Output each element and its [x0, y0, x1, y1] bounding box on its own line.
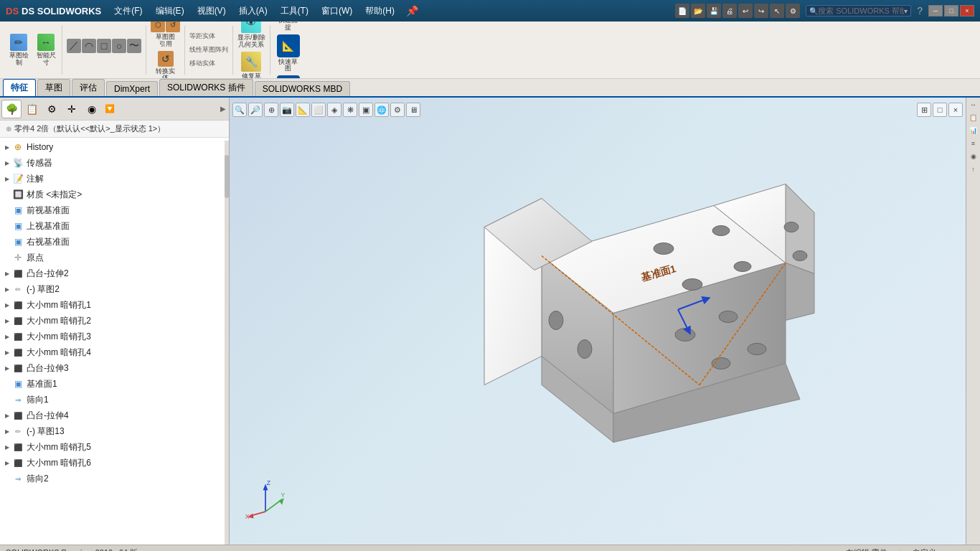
filter-icon[interactable]: 🔽 [105, 104, 115, 113]
ri-icon-1[interactable]: ↔ [968, 99, 979, 110]
menu-view[interactable]: 视图(V) [192, 4, 232, 19]
vp-max-icon[interactable]: □ [933, 103, 947, 117]
tree-item-sketch2[interactable]: ▶ ✏ (-) 草图2 [0, 281, 229, 297]
ri-icon-3[interactable]: 📊 [968, 125, 979, 136]
show-relations-button[interactable]: 👁 显示/删除几何关系 [236, 22, 267, 50]
save-button[interactable]: 💾 [707, 4, 721, 18]
tree-item-front-plane[interactable]: ▶ ▣ 前视基准面 [0, 202, 229, 218]
panel-tab-config[interactable]: ⚙ [42, 100, 62, 118]
menu-insert[interactable]: 插入(A) [233, 4, 273, 19]
tree-item-material[interactable]: ▶ 🔲 材质 <未指定> [0, 187, 229, 202]
vp-wire-icon[interactable]: ❋ [343, 103, 357, 117]
sketch2-expand[interactable]: ▶ [3, 285, 11, 293]
menu-edit[interactable]: 编辑(E) [150, 4, 190, 19]
instant2d-button[interactable]: 2D Instant2D [273, 74, 304, 79]
search-box[interactable]: 🔍 ▾ [806, 5, 911, 17]
status-customize[interactable]: 自定义 [913, 547, 936, 551]
vp-scene-icon[interactable]: 🌐 [374, 103, 389, 117]
expand-panel-button[interactable]: ▶ [219, 103, 227, 114]
redo-button[interactable]: ↪ [754, 4, 768, 18]
vp-close-icon[interactable]: × [948, 103, 963, 117]
tab-features[interactable]: 特征 [3, 79, 36, 96]
undo-button[interactable]: ↩ [738, 4, 753, 18]
tree-item-plane1[interactable]: ▶ ▣ 基准面1 [0, 376, 229, 392]
tree-item-pin6[interactable]: ▶ ⬛ 大小mm 暗销孔6 [0, 455, 229, 471]
vp-fit-icon[interactable]: ⊕ [264, 103, 278, 117]
pin1-expand[interactable]: ▶ [3, 301, 11, 309]
vp-zoom-icon[interactable]: 🔎 [248, 103, 263, 117]
pin3-expand[interactable]: ▶ [3, 332, 11, 341]
sketch-draw-button[interactable]: ✏ 草图绘制 [6, 32, 32, 68]
3d-viewport[interactable]: 🔍 🔎 ⊕ 📷 📐 ⬜ ◈ ❋ ▣ 🌐 ⚙ 🖥 ⊞ □ × [230, 98, 980, 545]
status-star[interactable]: ★ [966, 548, 974, 552]
search-input[interactable] [818, 6, 904, 15]
boss4-expand[interactable]: ▶ [3, 411, 11, 420]
tree-item-dir1[interactable]: ▶ ⇒ 筛向1 [0, 392, 229, 408]
tree-item-pin4[interactable]: ▶ ⬛ 大小mm 暗销孔4 [0, 344, 229, 360]
pin5-expand[interactable]: ▶ [3, 443, 11, 451]
close-window-button[interactable]: × [960, 5, 974, 17]
menu-help[interactable]: 帮助(H) [359, 4, 400, 19]
help-icon[interactable]: ? [917, 5, 923, 17]
tab-evaluate[interactable]: 评估 [72, 79, 105, 96]
tab-sw-plugin[interactable]: SOLIDWORKS 插件 [159, 79, 253, 96]
vp-split-icon[interactable]: ⊞ [917, 103, 931, 117]
equal-button[interactable]: 等距实体 [188, 30, 217, 42]
transform-button[interactable]: ↺ 转换实体 [153, 50, 179, 80]
panel-tab-dxpert[interactable]: ✛ [62, 100, 82, 118]
move-entity-button[interactable]: 移动实体 [188, 57, 217, 70]
tree-item-pin1[interactable]: ▶ ⬛ 大小mm 暗销孔1 [0, 297, 229, 313]
tree-item-history[interactable]: ▶ ⊕ History [0, 139, 229, 155]
pin4-expand[interactable]: ▶ [3, 348, 11, 357]
tree-item-boss4[interactable]: ▶ ⬛ 凸台-拉伸4 [0, 408, 229, 423]
vp-section-icon[interactable]: 📐 [296, 103, 310, 117]
tab-sw-mbd[interactable]: SOLIDWORKS MBD [255, 81, 350, 96]
options-button[interactable]: ⚙ [786, 4, 800, 18]
tree-item-boss5[interactable]: ▶ ⇒ 筛向2 [0, 471, 229, 486]
tree-item-pin5[interactable]: ▶ ⬛ 大小mm 暗销孔5 [0, 439, 229, 455]
vp-view2-icon[interactable]: ⬜ [311, 103, 326, 117]
new-button[interactable]: 📄 [675, 4, 689, 18]
search-dropdown-icon[interactable]: ▾ [904, 7, 908, 15]
minimize-button[interactable]: ─ [928, 5, 943, 17]
print-button[interactable]: 🖨 [722, 4, 737, 18]
vp-render-icon[interactable]: ◈ [327, 103, 341, 117]
sensor-expand[interactable]: ▶ [3, 159, 11, 167]
sketch13-expand[interactable]: ▶ [3, 427, 11, 435]
panel-tab-feature[interactable]: 🌳 [1, 100, 22, 118]
fast-sketch-button[interactable]: 📐 快速草图 [275, 33, 301, 75]
tab-dimxpert[interactable]: DimXpert [106, 81, 158, 96]
tree-item-note[interactable]: ▶ 📝 注解 [0, 171, 229, 187]
open-button[interactable]: 📂 [691, 4, 705, 18]
linear-array-button[interactable]: 线性草图阵列 [188, 44, 230, 56]
pin2-expand[interactable]: ▶ [3, 316, 11, 325]
boss3-expand[interactable]: ▶ [3, 364, 11, 372]
maximize-button[interactable]: □ [944, 5, 958, 17]
pin-button[interactable]: 📌 [402, 4, 423, 19]
vp-monitor-icon[interactable]: 🖥 [406, 103, 420, 117]
tree-item-origin[interactable]: ▶ ✛ 原点 [0, 250, 229, 265]
ref-entity-button[interactable]: ⬡ ↺ 草图图引用 [149, 22, 182, 50]
ri-icon-4[interactable]: ≡ [968, 138, 979, 149]
quick-capture-button[interactable]: ⚡ 快速捕捉 [275, 22, 301, 33]
tree-item-sensor[interactable]: ▶ 📡 传感器 [0, 155, 229, 171]
tab-sketch[interactable]: 草图 [37, 79, 70, 96]
tree-item-boss1[interactable]: ▶ ⬛ 凸台-拉伸2 [0, 265, 229, 281]
vp-display-icon[interactable]: ▣ [359, 103, 373, 117]
menu-file[interactable]: 文件(F) [108, 4, 148, 19]
ri-icon-2[interactable]: 📋 [968, 112, 979, 123]
cursor-button[interactable]: ↖ [770, 4, 784, 18]
boss1-expand[interactable]: ▶ [3, 269, 11, 278]
vp-view-icon[interactable]: 📷 [280, 103, 294, 117]
fix-sketch-button[interactable]: 🔧 修复草图 [238, 50, 264, 80]
vp-realview-icon[interactable]: ⚙ [390, 103, 405, 117]
tree-item-boss3[interactable]: ▶ ⬛ 凸台-拉伸3 [0, 360, 229, 376]
history-expand[interactable]: ▶ [3, 143, 11, 151]
note-expand[interactable]: ▶ [3, 174, 11, 183]
tree-item-sketch13[interactable]: ▶ ✏ (-) 草图13 [0, 423, 229, 439]
ri-icon-6[interactable]: ↑ [968, 164, 979, 175]
menu-window[interactable]: 窗口(W) [316, 4, 358, 19]
panel-tab-property[interactable]: 📋 [22, 100, 42, 118]
menu-tools[interactable]: 工具(T) [275, 4, 314, 19]
tree-item-pin2[interactable]: ▶ ⬛ 大小mm 暗销孔2 [0, 313, 229, 329]
